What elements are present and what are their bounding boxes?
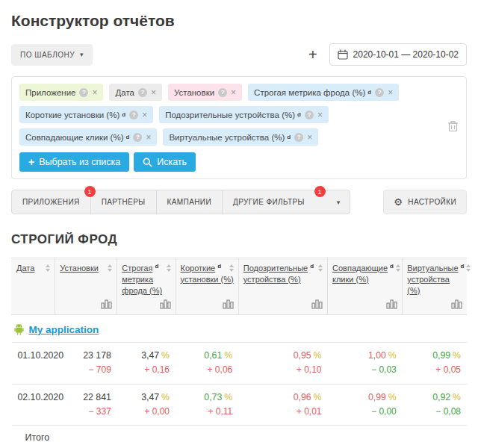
chevron-down-icon: ▾ bbox=[337, 199, 341, 206]
tab-campaigns[interactable]: КАМПАНИИ bbox=[157, 190, 223, 214]
help-icon[interactable]: ? bbox=[79, 88, 88, 97]
remove-chip-icon[interactable]: × bbox=[142, 110, 147, 120]
strict-fraud-table: Дата Установки bbox=[11, 258, 467, 448]
report-constructor-page: Конструктор отчётов ПО ШАБЛОНУ ▾ + 2020-… bbox=[0, 0, 478, 448]
filter-panel: Приложение ? × Дата ? × Установки ? × Ст… bbox=[11, 76, 467, 179]
chip-label: Строгая метрика фрода (%) bbox=[254, 88, 365, 97]
remove-chip-icon[interactable]: × bbox=[307, 132, 312, 143]
app-group-row: My application bbox=[12, 315, 468, 343]
column-header-suspicious-devices[interactable]: Подозрительныеd устройства (%) bbox=[238, 258, 327, 315]
add-date-range-button[interactable]: + bbox=[308, 47, 317, 62]
installs-cell: 22 841 − 337 bbox=[55, 384, 117, 426]
tab-other-filters[interactable]: ДРУГИЕ ФИЛЬТРЫ 1 ▾ bbox=[223, 190, 350, 214]
filter-chip-installs[interactable]: Установки ? × bbox=[168, 84, 242, 101]
table-row: 01.10.2020 23 178 − 709 3,47% + 0,16 0,6… bbox=[12, 343, 468, 385]
virtual-devices-cell: 0,99% + 0,05 bbox=[403, 343, 467, 385]
filter-chip-strict-fraud[interactable]: Строгая метрика фрода (%)d ? × bbox=[248, 84, 399, 101]
remove-chip-icon[interactable]: × bbox=[388, 87, 393, 98]
help-icon[interactable]: ? bbox=[129, 111, 138, 119]
sort-icon[interactable] bbox=[46, 263, 50, 272]
filter-tabs: ПРИЛОЖЕНИЯ 1 ПАРТНЁРЫ КАМПАНИИ ДРУГИЕ ФИ… bbox=[11, 190, 350, 214]
gear-icon: ⚙ bbox=[394, 197, 403, 207]
column-header-matching-clicks[interactable]: Совпадающиеd клики (%) bbox=[328, 258, 403, 315]
tab-applications[interactable]: ПРИЛОЖЕНИЯ 1 bbox=[12, 190, 91, 214]
section-title: СТРОГИЙ ФРОД bbox=[11, 232, 467, 247]
date-cell: 02.10.2020 bbox=[12, 384, 55, 426]
help-icon[interactable]: ? bbox=[218, 88, 227, 97]
chip-label: Подозрительные устройства (%) bbox=[165, 111, 295, 119]
installs-cell: 23 178 − 709 bbox=[55, 343, 117, 385]
template-dropdown-button[interactable]: ПО ШАБЛОНУ ▾ bbox=[11, 44, 93, 66]
bar-chart-icon[interactable] bbox=[181, 299, 234, 311]
app-link[interactable]: My application bbox=[29, 324, 99, 335]
settings-button[interactable]: ⚙ НАСТРОЙКИ bbox=[383, 190, 467, 214]
sort-icon[interactable] bbox=[318, 263, 323, 272]
short-installs-cell: 0,61% + 0,06 bbox=[176, 343, 238, 385]
table-header-row: Дата Установки bbox=[12, 258, 468, 315]
remove-chip-icon[interactable]: × bbox=[92, 87, 97, 98]
toolbar: ПО ШАБЛОНУ ▾ + 2020-10-01 — 2020-10-02 bbox=[11, 43, 467, 66]
filter-chip-virtual-devices[interactable]: Виртуальные устройства (%)d ? × bbox=[163, 128, 318, 146]
sort-icon[interactable] bbox=[466, 263, 471, 272]
strict-fraud-cell: 3,47% + 0,00 bbox=[117, 384, 176, 426]
column-header-installs[interactable]: Установки bbox=[55, 258, 117, 315]
chip-label: Совпадающие клики (%) bbox=[25, 133, 123, 142]
date-range-picker[interactable]: 2020-10-01 — 2020-10-02 bbox=[329, 43, 467, 66]
sort-icon[interactable] bbox=[396, 263, 400, 272]
tab-partners[interactable]: ПАРТНЁРЫ bbox=[91, 190, 157, 214]
matching-clicks-cell: 1,00% − 0,03 bbox=[328, 343, 403, 385]
bar-chart-icon[interactable] bbox=[332, 299, 397, 311]
template-dropdown-label: ПО ШАБЛОНУ bbox=[20, 51, 75, 59]
trash-icon[interactable] bbox=[447, 120, 459, 135]
column-header-date[interactable]: Дата bbox=[12, 258, 55, 315]
filter-chip-application[interactable]: Приложение ? × bbox=[19, 84, 103, 101]
help-icon[interactable]: ? bbox=[375, 88, 384, 97]
short-installs-cell: 0,73% + 0,11 bbox=[176, 384, 238, 426]
filter-chips: Приложение ? × Дата ? × Установки ? × Ст… bbox=[19, 84, 441, 146]
search-icon bbox=[143, 158, 152, 167]
remove-chip-icon[interactable]: × bbox=[146, 132, 151, 143]
help-icon[interactable]: ? bbox=[138, 88, 147, 97]
bar-chart-icon[interactable] bbox=[407, 299, 462, 311]
chevron-down-icon: ▾ bbox=[80, 51, 84, 58]
strict-fraud-cell: 3,47% + 0,16 bbox=[117, 343, 176, 385]
select-from-list-button[interactable]: + Выбрать из списка bbox=[19, 152, 129, 172]
bar-chart-icon[interactable] bbox=[243, 299, 323, 311]
bar-chart-icon[interactable] bbox=[60, 299, 112, 311]
column-header-virtual-devices[interactable]: Виртуальныеd устройства (%) bbox=[403, 258, 467, 315]
page-title: Конструктор отчётов bbox=[11, 12, 467, 30]
virtual-devices-cell: 0,92% − 0,08 bbox=[403, 384, 467, 426]
table-row: 02.10.2020 22 841 − 337 3,47% + 0,00 0,7… bbox=[12, 384, 468, 426]
chip-label: Установки bbox=[174, 88, 214, 97]
bar-chart-icon[interactable] bbox=[122, 299, 170, 311]
filter-chip-matching-clicks[interactable]: Совпадающие клики (%)d ? × bbox=[19, 128, 157, 146]
matching-clicks-cell: 0,99% − 0,00 bbox=[328, 384, 403, 426]
other-filters-badge: 1 bbox=[314, 186, 326, 197]
suspicious-devices-cell: 0,95% + 0,10 bbox=[238, 343, 327, 385]
help-icon[interactable]: ? bbox=[294, 133, 303, 142]
remove-chip-icon[interactable]: × bbox=[317, 110, 323, 120]
chip-label: Приложение bbox=[25, 88, 75, 97]
sort-icon[interactable] bbox=[229, 263, 234, 272]
help-icon[interactable]: ? bbox=[133, 133, 142, 142]
filter-chip-short-installs[interactable]: Короткие установки (%)d ? × bbox=[19, 106, 153, 123]
sort-icon[interactable] bbox=[167, 263, 171, 272]
search-button[interactable]: Искать bbox=[134, 152, 196, 172]
suspicious-devices-cell: 0,96% + 0,01 bbox=[238, 384, 327, 426]
chip-label: Виртуальные устройства (%) bbox=[169, 133, 285, 142]
calendar-icon bbox=[338, 49, 348, 60]
help-icon[interactable]: ? bbox=[305, 111, 314, 119]
column-header-short-installs[interactable]: Короткиеd установки (%) bbox=[176, 258, 238, 315]
chip-label: Короткие установки (%) bbox=[25, 111, 120, 119]
android-icon bbox=[13, 323, 25, 335]
filter-chip-date[interactable]: Дата ? × bbox=[109, 84, 161, 101]
filter-chip-suspicious-devices[interactable]: Подозрительные устройства (%)d ? × bbox=[159, 106, 329, 123]
chip-label: Дата bbox=[115, 88, 134, 97]
sort-icon[interactable] bbox=[108, 263, 112, 272]
date-range-value: 2020-10-01 — 2020-10-02 bbox=[353, 49, 459, 60]
column-header-strict-fraud[interactable]: Строгаяd метрика фрода (%) bbox=[117, 258, 176, 315]
remove-chip-icon[interactable]: × bbox=[231, 87, 236, 98]
remove-chip-icon[interactable]: × bbox=[151, 87, 156, 98]
total-label-row: Итого bbox=[12, 426, 468, 448]
date-cell: 01.10.2020 bbox=[12, 343, 55, 385]
